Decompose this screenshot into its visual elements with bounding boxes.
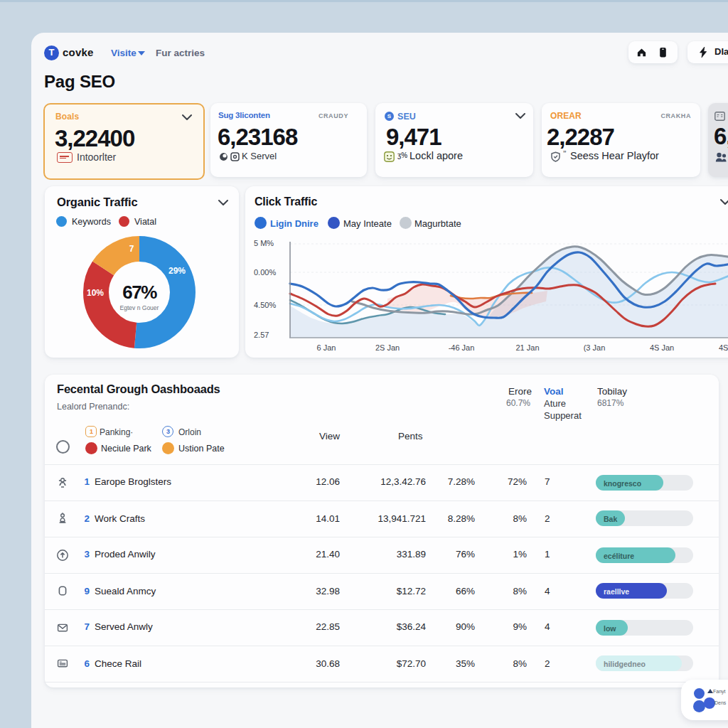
svg-text:10%: 10% <box>87 288 104 298</box>
svg-text:Egtev n Gouer: Egtev n Gouer <box>120 304 159 311</box>
svg-text:7: 7 <box>129 244 134 254</box>
svg-text:67%: 67% <box>122 282 157 303</box>
svg-text:29%: 29% <box>168 266 186 276</box>
